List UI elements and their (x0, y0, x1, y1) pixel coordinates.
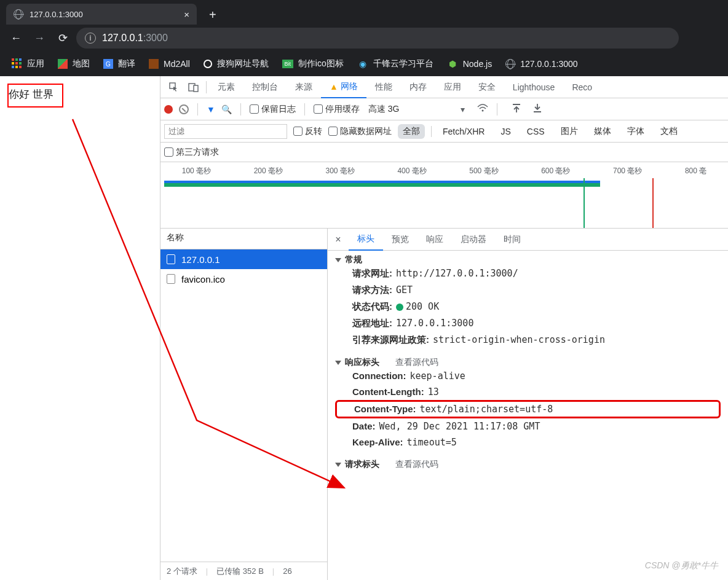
network-timeline[interactable]: 100 毫秒 200 毫秒 300 毫秒 400 毫秒 500 毫秒 600 毫… (160, 162, 728, 229)
request-detail: × 标头 预览 响应 启动器 时间 常规 请求网址:http://127.0.0… (328, 229, 728, 580)
devtools: 元素 控制台 来源 ▲网络 性能 内存 应用 安全 Lighthouse Rec… (160, 76, 728, 580)
apps-shortcut[interactable]: 应用 (11, 58, 44, 69)
translate-icon: G (103, 59, 113, 69)
throttling-select[interactable]: 高速 3G (368, 104, 400, 115)
md2all-icon (149, 59, 159, 69)
svg-rect-2 (194, 85, 198, 92)
filter-input[interactable] (164, 124, 287, 139)
filter-css-chip[interactable]: CSS (522, 125, 550, 138)
triangle-down-icon (335, 463, 341, 467)
sogou-icon (204, 60, 212, 68)
section-general-toggle[interactable]: 常规 (335, 254, 721, 265)
tab-recorder[interactable]: Reco (563, 76, 601, 98)
timeline-bar (164, 181, 600, 187)
watermark: CSDN @勇敢*牛牛 (645, 560, 718, 571)
tab-performance[interactable]: 性能 (366, 76, 401, 98)
section-response-headers-toggle[interactable]: 响应标头查看源代码 (335, 357, 721, 368)
network-conditions-icon[interactable] (477, 104, 488, 115)
tab-title: 127.0.0.1:3000 (30, 10, 178, 19)
third-party-checkbox[interactable]: 第三方请求 (164, 147, 219, 158)
filter-font-chip[interactable]: 字体 (622, 124, 649, 139)
filter-all-chip[interactable]: 全部 (398, 124, 425, 139)
globe-icon (14, 9, 23, 19)
tab-memory[interactable]: 内存 (401, 76, 435, 98)
browser-chrome: 127.0.0.1:3000 × + ← → ⟳ i 127.0.0.1:300… (0, 0, 728, 76)
nav-toolbar: ← → ⟳ i 127.0.0.1:3000 (0, 25, 728, 52)
invert-checkbox[interactable]: 反转 (293, 126, 322, 137)
tab-initiator[interactable]: 启动器 (452, 229, 495, 251)
record-button[interactable] (164, 105, 173, 114)
filter-media-chip[interactable]: 媒体 (589, 124, 616, 139)
tab-lighthouse[interactable]: Lighthouse (504, 76, 564, 98)
file-icon (167, 274, 175, 284)
filter-fetch-chip[interactable]: Fetch/XHR (438, 125, 489, 138)
detail-tabs: × 标头 预览 响应 启动器 时间 (328, 229, 728, 251)
bookmark-localhost[interactable]: 127.0.0.1:3000 (505, 59, 577, 69)
bookmarks-bar: 应用 地图 G翻译 Md2All 搜狗网址导航 Bit制作ico图标 ◉千锋云学… (0, 52, 728, 76)
tab-application[interactable]: 应用 (435, 76, 470, 98)
request-status-bar: 2 个请求 | 已传输 352 B | 26 (160, 562, 327, 580)
request-row[interactable]: favicon.ico (160, 269, 327, 289)
bitbug-icon: Bit (282, 60, 293, 68)
tab-security[interactable]: 安全 (470, 76, 504, 98)
chevron-down-icon[interactable]: ▾ (461, 104, 465, 114)
forward-button[interactable]: → (30, 28, 49, 48)
import-har-icon[interactable] (512, 103, 521, 116)
apps-label: 应用 (27, 58, 44, 69)
bookmark-md2all[interactable]: Md2All (149, 59, 190, 69)
svg-point-3 (482, 109, 484, 111)
clear-button[interactable] (179, 104, 189, 114)
triangle-down-icon (335, 361, 341, 365)
tab-strip: 127.0.0.1:3000 × + (0, 0, 728, 25)
reload-button[interactable]: ⟳ (53, 28, 73, 48)
tab-network[interactable]: ▲网络 (321, 76, 366, 98)
browser-tab[interactable]: 127.0.0.1:3000 × (6, 4, 197, 25)
search-icon[interactable]: 🔍 (221, 104, 232, 114)
site-info-icon[interactable]: i (85, 33, 96, 44)
tab-preview[interactable]: 预览 (383, 229, 417, 251)
view-source-link[interactable]: 查看源代码 (395, 357, 438, 368)
filter-img-chip[interactable]: 图片 (556, 124, 583, 139)
page-viewport: 你好 世界 (0, 76, 160, 580)
preserve-log-checkbox[interactable]: 保留日志 (250, 104, 296, 115)
timeline-load-line (652, 178, 654, 228)
bookmark-nodejs[interactable]: ⬢Node.js (447, 58, 492, 69)
section-request-headers-toggle[interactable]: 请求标头查看源代码 (335, 459, 721, 470)
device-toggle-icon[interactable] (184, 82, 204, 92)
triangle-down-icon (335, 258, 341, 262)
bookmark-ico[interactable]: Bit制作ico图标 (282, 58, 344, 69)
request-list-header[interactable]: 名称 (160, 229, 327, 249)
close-tab-icon[interactable]: × (184, 9, 189, 20)
new-tab-button[interactable]: + (204, 6, 221, 25)
bookmark-qianfeng[interactable]: ◉千锋云学习平台 (357, 58, 433, 69)
tab-headers[interactable]: 标头 (349, 229, 383, 251)
close-detail-button[interactable]: × (328, 234, 349, 245)
view-source-link[interactable]: 查看源代码 (395, 459, 438, 470)
filter-js-chip[interactable]: JS (496, 125, 515, 138)
tab-response[interactable]: 响应 (417, 229, 452, 251)
tab-console[interactable]: 控制台 (243, 76, 287, 98)
document-icon (167, 254, 175, 264)
tab-sources[interactable]: 来源 (287, 76, 321, 98)
disable-cache-checkbox[interactable]: 停用缓存 (314, 104, 360, 115)
bookmark-translate[interactable]: G翻译 (103, 58, 135, 69)
tab-elements[interactable]: 元素 (209, 76, 243, 98)
filter-toggle-icon[interactable]: ▼ (207, 104, 215, 114)
filter-bar: 反转 隐藏数据网址 全部 Fetch/XHR JS CSS 图片 媒体 字体 文… (160, 120, 728, 143)
bookmark-maps[interactable]: 地图 (58, 58, 90, 69)
warning-icon: ▲ (330, 82, 338, 92)
section-request-headers: 请求标头查看源代码 (328, 455, 728, 475)
address-bar[interactable]: i 127.0.0.1:3000 (76, 28, 679, 49)
nodejs-icon: ⬢ (447, 58, 458, 69)
request-row-selected[interactable]: 127.0.0.1 (160, 249, 327, 269)
tab-timing[interactable]: 时间 (495, 229, 529, 251)
network-toolbar: ▼ 🔍 保留日志 停用缓存 高速 3G ▾ (160, 98, 728, 120)
status-ok-icon (396, 304, 403, 311)
hide-data-urls-checkbox[interactable]: 隐藏数据网址 (328, 126, 392, 137)
export-har-icon[interactable] (533, 103, 542, 116)
back-button[interactable]: ← (6, 28, 26, 48)
bookmark-sogou[interactable]: 搜狗网址导航 (204, 58, 269, 69)
section-response-headers: 响应标头查看源代码 Connection:keep-alive Content-… (328, 353, 728, 455)
filter-doc-chip[interactable]: 文档 (655, 124, 682, 139)
inspect-element-icon[interactable] (164, 82, 184, 92)
